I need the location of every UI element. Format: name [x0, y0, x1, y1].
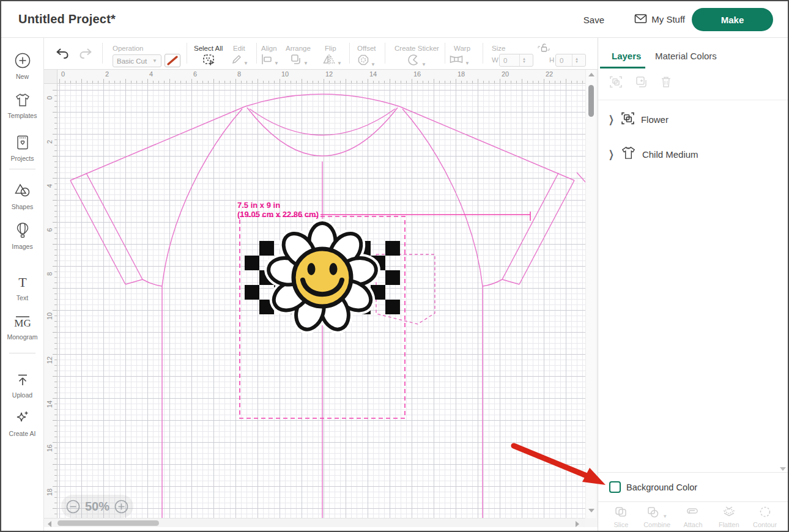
ruler-tick [92, 81, 93, 83]
ruler-tick [307, 81, 308, 83]
canvas-horizontal-scrollbar[interactable] [44, 518, 585, 527]
sidebar-item-monogram[interactable]: MG Monogram [1, 314, 43, 341]
sidebar-item-images[interactable]: Images [1, 222, 43, 250]
combine-button[interactable]: ▼ Combine [639, 506, 675, 528]
ruler-tick [527, 81, 528, 83]
layer-row-child-medium[interactable]: ❯ Child Medium [598, 139, 788, 169]
ruler-tick [362, 81, 363, 83]
ruler-tick [202, 81, 203, 83]
ruler-number: 18 [457, 70, 465, 78]
lock-open-icon[interactable] [537, 43, 550, 56]
operation-color-swatch[interactable] [165, 54, 180, 67]
ruler-tick [54, 227, 57, 228]
ruler-tick [252, 81, 253, 83]
ruler-tick [54, 211, 57, 212]
my-stuff-button[interactable]: My Stuff [634, 13, 685, 26]
operation-select[interactable]: Basic Cut▼ [113, 54, 161, 67]
tab-layers[interactable]: Layers [612, 51, 641, 61]
offset-button[interactable]: ▼ [357, 54, 376, 68]
scroll-down-arrow[interactable] [588, 509, 595, 512]
width-stepper[interactable]: ▲▼ [519, 54, 528, 66]
width-input[interactable] [500, 57, 519, 64]
ruler-tick [54, 305, 57, 305]
chevron-right-icon[interactable]: ❯ [609, 113, 614, 125]
scroll-right-arrow[interactable] [576, 521, 579, 527]
ruler-tick [54, 294, 57, 294]
ruler-tick [54, 437, 57, 437]
ruler-tick [103, 79, 104, 83]
warp-button[interactable]: ▼ [449, 54, 470, 67]
sidebar-item-new[interactable]: New [1, 53, 43, 80]
contour-button[interactable]: Contour [747, 506, 783, 528]
background-color-checkbox[interactable] [609, 481, 621, 493]
left-sidebar: New Templates Projects Shapes Images T T… [1, 38, 44, 531]
flatten-button[interactable]: Flatten [711, 506, 747, 528]
combine-toolbar: Slice ▼ Combine Attach Flatten Contour [598, 501, 788, 532]
align-button[interactable]: ▼ [261, 54, 279, 67]
flower-design[interactable] [245, 223, 400, 333]
ruler-tick [120, 81, 120, 83]
sidebar-item-templates[interactable]: Templates [1, 92, 43, 119]
zoom-out-button[interactable] [66, 500, 80, 514]
sidebar-item-upload[interactable]: Upload [1, 372, 43, 399]
sidebar-item-text[interactable]: T Text [1, 275, 43, 301]
combine-icon [646, 506, 662, 518]
ruler-number: 4 [46, 179, 53, 188]
toolbar-separator [385, 43, 385, 64]
duplicate-icon[interactable] [635, 75, 648, 91]
ruler-tick [54, 514, 57, 514]
trash-icon[interactable] [660, 75, 672, 91]
create-sticker-label: Create Sticker [394, 45, 439, 52]
ruler-number: 22 [546, 70, 553, 78]
scroll-left-arrow[interactable] [48, 521, 51, 527]
ruler-tick [53, 266, 57, 267]
create-sticker-button[interactable]: ▼ [407, 54, 426, 68]
layer-row-flower[interactable]: ❯ Flower [598, 104, 788, 135]
horizontal-scroll-thumb[interactable] [57, 520, 159, 526]
panel-scroll-down-arrow[interactable] [780, 467, 786, 471]
sidebar-item-projects[interactable]: Projects [1, 135, 43, 162]
chevron-right-icon[interactable]: ❯ [609, 148, 614, 160]
sidebar-item-create-ai[interactable]: Create AI [1, 410, 43, 437]
select-all-label: Select All [194, 45, 223, 52]
ruler-tick [357, 81, 357, 83]
ruler-number: 10 [46, 311, 53, 320]
ruler-tick [53, 156, 57, 157]
chevron-down-icon: ▼ [243, 61, 248, 66]
sidebar-item-shapes[interactable]: Shapes [1, 183, 43, 210]
flip-button[interactable]: ▼ [322, 54, 342, 67]
toolbar-separator [483, 43, 483, 64]
group-icon[interactable] [609, 75, 623, 91]
attach-button[interactable]: Attach [675, 506, 711, 528]
ruler-tick [456, 79, 456, 83]
ruler-tick [544, 79, 544, 83]
ruler-tick [142, 81, 143, 83]
vertical-scroll-thumb[interactable] [588, 85, 594, 117]
ruler-tick [54, 387, 57, 388]
canvas-vertical-scrollbar[interactable] [585, 70, 596, 518]
redo-button[interactable] [78, 48, 93, 62]
save-button[interactable]: Save [583, 15, 604, 25]
ruler-tick [53, 222, 57, 223]
ruler-tick [197, 81, 198, 83]
ruler-number: 8 [237, 70, 241, 78]
tab-material-colors[interactable]: Material Colors [655, 51, 717, 61]
select-all-button[interactable] [202, 54, 215, 68]
slice-button[interactable]: Slice [603, 506, 639, 528]
ruler-tick [158, 81, 159, 83]
canvas-artwork[interactable]: 7.5 in x 9 in (19.05 cm x 22.86 cm) [57, 84, 585, 518]
arrange-button[interactable]: ▼ [290, 54, 308, 67]
zoom-in-button[interactable] [114, 500, 128, 514]
scroll-up-arrow[interactable] [588, 73, 595, 76]
sidebar-divider [9, 353, 35, 353]
ruler-tick [54, 492, 57, 492]
height-stepper[interactable]: ▲▼ [572, 54, 581, 66]
plus-circle-icon [15, 60, 31, 70]
ruler-tick [54, 150, 57, 151]
height-input[interactable] [556, 57, 572, 64]
ruler-tick [53, 398, 57, 399]
undo-button[interactable] [55, 48, 70, 62]
make-button[interactable]: Make [692, 8, 773, 31]
edit-button[interactable]: ▼ [231, 54, 248, 67]
toolbar-separator [349, 43, 350, 64]
